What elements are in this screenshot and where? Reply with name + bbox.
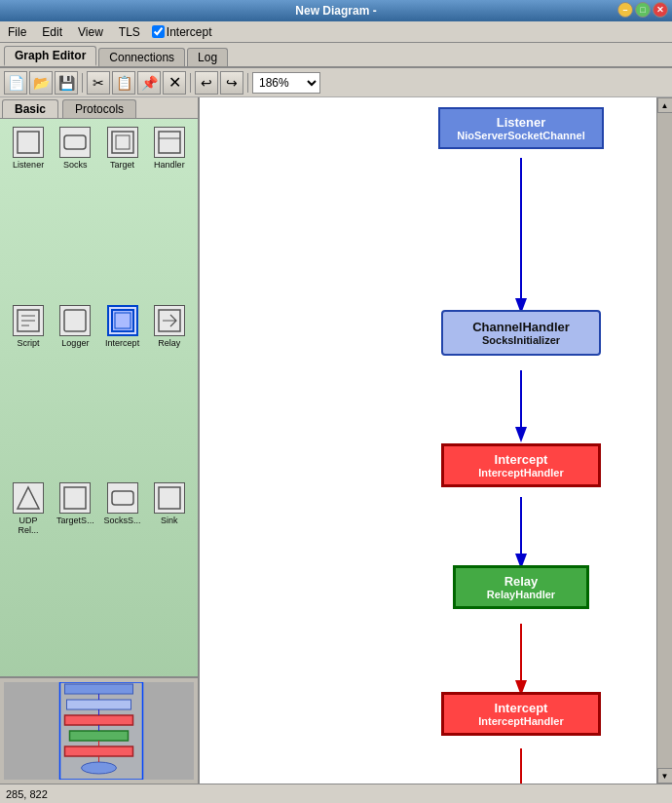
toolbar-sep-3: [247, 73, 248, 93]
comp-socksS-label: SocksS...: [104, 516, 141, 525]
maximize-button[interactable]: □: [635, 2, 651, 18]
comp-script[interactable]: Script: [6, 303, 51, 479]
comp-socks-label: Socks: [63, 160, 88, 170]
tool-undo[interactable]: ↩: [195, 71, 218, 95]
comp-target-label: Target: [110, 160, 134, 170]
tool-paste[interactable]: 📌: [137, 71, 161, 95]
toolbar: 📄 📂 💾 ✂ 📋 📌 ✕ ↩ ↪ 50% 75% 100% 150% 186%…: [0, 68, 672, 97]
canvas-area[interactable]: Listener NioServerSocketChannel ChannelH…: [200, 97, 656, 784]
comp-script-label: Script: [18, 338, 40, 348]
scroll-up-button[interactable]: ▲: [657, 97, 673, 113]
menu-file[interactable]: File: [4, 24, 30, 40]
comp-logger[interactable]: Logger: [53, 303, 97, 479]
left-panel: Basic Protocols Listener Socks: [0, 97, 200, 784]
tool-open[interactable]: 📂: [29, 71, 53, 95]
tool-redo[interactable]: ↪: [220, 71, 243, 95]
svg-rect-10: [64, 310, 86, 331]
tool-delete[interactable]: ✕: [163, 71, 186, 95]
status-text: 285, 822: [6, 788, 48, 800]
comp-socksS[interactable]: SocksS...: [100, 480, 145, 667]
sub-tab-bar: Basic Protocols: [0, 97, 198, 119]
script-icon: [13, 305, 44, 336]
svg-rect-2: [112, 132, 133, 153]
node-listener-line2: NioServerSocketChannel: [457, 130, 584, 141]
comp-sink[interactable]: Sink: [147, 480, 192, 667]
tool-new[interactable]: 📄: [4, 71, 27, 95]
tab-connections[interactable]: Connections: [98, 48, 185, 66]
node-i1-line2: InterceptHandler: [478, 467, 563, 478]
comp-target[interactable]: Target: [100, 125, 145, 301]
node-i2-line1: Intercept: [478, 701, 563, 715]
node-intercept2[interactable]: Intercept InterceptHandler: [441, 692, 601, 736]
comp-intercept-label: Intercept: [105, 338, 139, 348]
scroll-down-button[interactable]: ▼: [657, 768, 673, 784]
close-button[interactable]: ✕: [653, 2, 668, 18]
comp-listener[interactable]: Listener: [6, 125, 51, 301]
main-tab-bar: Graph Editor Connections Log: [0, 43, 672, 68]
listener-icon: [13, 127, 44, 158]
minimap-inner: [4, 682, 194, 780]
tab-graph-editor[interactable]: Graph Editor: [4, 46, 96, 66]
comp-intercept[interactable]: Intercept: [100, 303, 145, 479]
comp-handler[interactable]: Handler: [147, 125, 192, 301]
intercept-checkbox[interactable]: [152, 25, 165, 38]
node-relay[interactable]: Relay RelayHandler: [453, 565, 589, 609]
comp-udprel-label: UDP Rel...: [8, 516, 49, 535]
node-intercept1[interactable]: Intercept InterceptHandler: [441, 443, 601, 487]
diagram-svg: [200, 97, 656, 784]
comp-socks[interactable]: Socks: [53, 125, 97, 301]
tool-cut[interactable]: ✂: [87, 71, 110, 95]
title-bar: New Diagram - – □ ✕: [0, 0, 672, 21]
window-controls: – □ ✕: [617, 2, 668, 18]
svg-rect-29: [60, 682, 143, 780]
minimize-button[interactable]: –: [617, 2, 633, 18]
comp-listener-label: Listener: [13, 160, 44, 170]
node-i2-line2: InterceptHandler: [478, 715, 563, 727]
svg-marker-14: [18, 487, 39, 509]
relay-icon: [154, 305, 185, 336]
socksS-icon: [107, 482, 138, 514]
comp-targetS-label: TargetS...: [56, 516, 94, 525]
node-listener-line1: Listener: [457, 115, 584, 130]
menu-edit[interactable]: Edit: [38, 24, 66, 40]
minimap-svg: [4, 682, 194, 780]
handler-icon: [154, 127, 185, 158]
minimap: [0, 676, 200, 784]
comp-relay-label: Relay: [158, 338, 180, 348]
comp-targetS[interactable]: TargetS...: [53, 480, 97, 667]
sink-icon: [154, 482, 185, 514]
zoom-select[interactable]: 50% 75% 100% 150% 186% 200% 300%: [252, 72, 320, 94]
svg-rect-16: [112, 491, 133, 505]
node-listener[interactable]: Listener NioServerSocketChannel: [438, 107, 604, 149]
toolbar-sep-2: [190, 73, 191, 93]
window-title: New Diagram -: [295, 4, 376, 18]
comp-relay[interactable]: Relay: [147, 303, 192, 479]
toolbar-sep-1: [82, 73, 83, 93]
comp-sink-label: Sink: [161, 516, 178, 525]
menu-view[interactable]: View: [74, 24, 107, 40]
intercept-checkbox-area[interactable]: Intercept: [152, 25, 212, 39]
sub-tab-basic[interactable]: Basic: [2, 99, 58, 118]
node-ch-line1: ChannelHandler: [472, 320, 570, 334]
targetS-icon: [59, 482, 91, 514]
tab-log[interactable]: Log: [187, 48, 228, 66]
logger-icon: [59, 305, 91, 336]
tool-copy[interactable]: 📋: [112, 71, 135, 95]
node-relay-line1: Relay: [487, 574, 555, 589]
vertical-scrollbar: ▲ ▼: [656, 97, 672, 784]
sub-tab-protocols[interactable]: Protocols: [62, 99, 136, 118]
intercept-label: Intercept: [167, 25, 212, 39]
tool-save[interactable]: 💾: [55, 71, 78, 95]
intercept-icon: [107, 305, 138, 336]
node-relay-line2: RelayHandler: [487, 589, 555, 600]
comp-udprel[interactable]: UDP Rel...: [6, 480, 51, 667]
udprel-icon: [13, 482, 44, 514]
scroll-track[interactable]: [657, 113, 672, 768]
menu-tls[interactable]: TLS: [115, 24, 144, 40]
comp-logger-label: Logger: [61, 338, 89, 348]
node-channelhandler[interactable]: ChannelHandler SocksInitializer: [441, 310, 601, 356]
status-bar: 285, 822: [0, 784, 672, 803]
main-content: Basic Protocols Listener Socks: [0, 97, 672, 784]
node-i1-line1: Intercept: [478, 452, 563, 467]
svg-rect-4: [159, 132, 180, 153]
